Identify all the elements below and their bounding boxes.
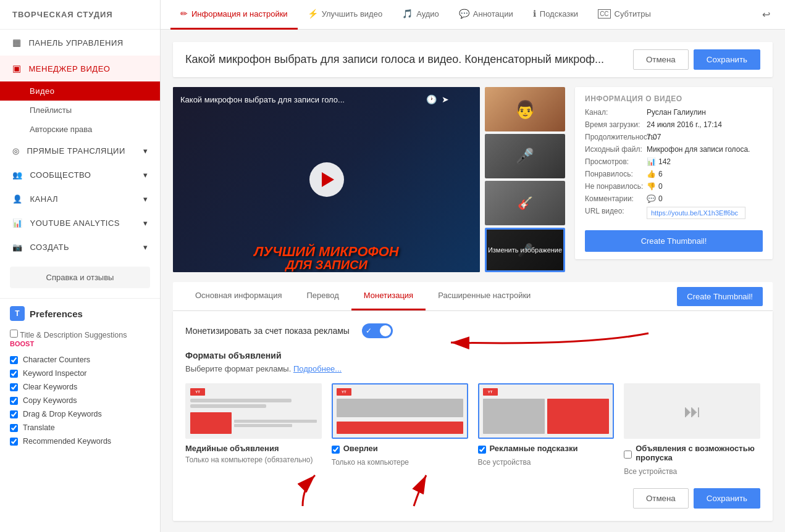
sidebar-item-create[interactable]: 📷 СОЗДАТЬ ▾ xyxy=(0,235,160,259)
cancel-button-top[interactable]: Отмена xyxy=(633,49,689,70)
dashboard-icon: ▦ xyxy=(12,37,22,48)
create-icon: 📷 xyxy=(12,243,23,252)
sidebar-item-live[interactable]: ◎ ПРЯМЫЕ ТРАНСЛЯЦИИ ▾ xyxy=(0,139,160,163)
tab-improve[interactable]: ⚡ Улучшить видео xyxy=(298,0,393,30)
pref-title-desc-item: Title & Description Suggestions BOOST xyxy=(10,327,150,353)
subtab-basic[interactable]: Основная информация xyxy=(183,282,295,310)
subtab-translation[interactable]: Перевод xyxy=(295,282,351,310)
clear-keywords-checkbox[interactable] xyxy=(10,383,18,391)
char-counters-checkbox[interactable] xyxy=(10,356,18,364)
hints-checkbox[interactable] xyxy=(478,446,486,454)
title-desc-checkbox[interactable] xyxy=(10,330,18,338)
subtab-container: Основная информация Перевод Монетизация … xyxy=(173,282,773,521)
tab-cards[interactable]: ℹ Подсказки xyxy=(523,0,588,30)
ad-media-label: Медийные объявления xyxy=(185,444,322,453)
sidebar-item-channel[interactable]: 👤 КАНАЛ ▾ xyxy=(0,187,160,211)
ad-skip-sub: Все устройства xyxy=(624,467,760,476)
info-row-duration: Продолжительность: 7:07 xyxy=(585,133,763,141)
toggle-knob xyxy=(380,325,391,336)
more-link[interactable]: Подробнее... xyxy=(293,364,342,373)
expand-icon-create: ▾ xyxy=(143,243,148,252)
info-row-views: Просмотров: 📊 142 xyxy=(585,157,763,166)
thumb-4-change[interactable]: 🎤 Изменить изображение xyxy=(485,228,565,272)
info-panel: ИНФОРМАЦИЯ О ВИДЕО Канал: Руслан Галиули… xyxy=(575,87,773,259)
play-button[interactable] xyxy=(309,162,344,197)
ad-card-img-hints: YT xyxy=(478,383,615,439)
pref-keyword-inspector: Keyword Inspector xyxy=(10,367,150,380)
video-text-line2: ДЛЯ ЗАПИСИ xyxy=(173,258,480,272)
keyword-inspector-checkbox[interactable] xyxy=(10,370,18,378)
ad-overlay-label: Оверлеи xyxy=(343,444,378,453)
sidebar-item-copyright[interactable]: Авторские права xyxy=(0,120,160,139)
ad-skip-label: Объявления с возможностью пропуска xyxy=(636,444,760,462)
thumb-2[interactable]: 🎤 xyxy=(485,134,565,178)
sidebar-item-dashboard[interactable]: ▦ ПАНЕЛЬ УПРАВЛЕНИЯ xyxy=(0,30,160,56)
cancel-button-bottom[interactable]: Отмена xyxy=(633,488,689,509)
ad-card-media: YT xyxy=(185,383,322,476)
preferences-icon: T xyxy=(10,306,25,321)
info-row-url: URL видео: xyxy=(585,207,763,219)
sidebar-item-playlists[interactable]: Плейлисты xyxy=(0,101,160,120)
sub-tabs: Основная информация Перевод Монетизация … xyxy=(173,282,773,311)
create-thumbnail-btn-tab[interactable]: Create Thumbnail! xyxy=(677,287,763,306)
pref-clear-keywords: Clear Keywords xyxy=(10,380,150,394)
ad-format-grid: YT xyxy=(185,383,760,476)
expand-icon-channel: ▾ xyxy=(143,194,148,204)
top-navigation: ✏ Информация и настройки ⚡ Улучшить виде… xyxy=(161,0,785,30)
page-header: Какой микрофон выбрать для записи голоса… xyxy=(173,42,773,77)
tab-subtitles[interactable]: CC Субтитры xyxy=(588,0,661,30)
ad-card-img-skippable: ⏭ xyxy=(624,383,760,439)
info-row-likes: Понравилось: 👍 6 xyxy=(585,170,763,178)
play-icon xyxy=(322,172,334,187)
sidebar-item-video-manager[interactable]: ▣ МЕНЕДЖЕР ВИДЕО xyxy=(0,56,160,81)
info-row-source: Исходный файл: Микрофон для записи голос… xyxy=(585,145,763,154)
help-button[interactable]: Справка и отзывы xyxy=(10,267,150,288)
ad-card-img-media: YT xyxy=(185,383,322,439)
sidebar-item-video[interactable]: Видео xyxy=(0,81,160,101)
expand-icon-community: ▾ xyxy=(143,170,148,180)
toggle-check-icon: ✓ xyxy=(366,326,372,335)
preferences-section: T Preferences Title & Description Sugges… xyxy=(0,298,160,455)
tab-audio[interactable]: 🎵 Аудио xyxy=(392,0,449,30)
save-button-bottom[interactable]: Сохранить xyxy=(694,488,760,509)
video-player[interactable]: Какой микрофон выбрать для записи голо..… xyxy=(173,87,480,272)
back-button[interactable]: ↩ xyxy=(757,6,775,23)
create-thumbnail-button[interactable]: Create Thumbnail! xyxy=(585,230,763,252)
ad-overlay-check-row: Оверлеи xyxy=(332,444,468,455)
drag-drop-checkbox[interactable] xyxy=(10,410,18,418)
sidebar-item-analytics[interactable]: 📊 YOUTUBE ANALYTICS ▾ xyxy=(0,211,160,235)
sidebar-item-community[interactable]: 👥 СООБЩЕСТВО ▾ xyxy=(0,163,160,187)
video-left: Какой микрофон выбрать для записи голо..… xyxy=(173,87,565,272)
info-row-upload: Время загрузки: 24 июля 2016 г., 17:14 xyxy=(585,120,763,129)
skippable-checkbox[interactable] xyxy=(624,451,632,459)
overlay-checkbox[interactable] xyxy=(332,446,340,454)
expand-icon-analytics: ▾ xyxy=(143,218,148,228)
info-tab-icon: ✏ xyxy=(180,9,188,19)
dislikes-icon: 👎 xyxy=(647,182,656,191)
subtab-advanced[interactable]: Расширенные настройки xyxy=(426,282,543,310)
tab-annotations[interactable]: 💬 Аннотации xyxy=(449,0,523,30)
thumb-3[interactable]: 🎸 xyxy=(485,181,565,225)
sidebar: ТВОРЧЕСКАЯ СТУДИЯ ▦ ПАНЕЛЬ УПРАВЛЕНИЯ ▣ … xyxy=(0,0,161,532)
thumb-1[interactable]: 👨 xyxy=(485,87,565,131)
info-row-dislikes: Не понравилось: 👎 0 xyxy=(585,182,763,191)
content-area: Какой микрофон выбрать для записи голоса… xyxy=(161,30,785,532)
views-icon: 📊 xyxy=(647,157,656,166)
copy-keywords-checkbox[interactable] xyxy=(10,397,18,405)
save-button-top[interactable]: Сохранить xyxy=(694,49,760,70)
monetize-toggle[interactable]: ✓ xyxy=(362,323,393,338)
url-input[interactable] xyxy=(647,207,745,219)
clock-icon: 🕐 xyxy=(426,94,437,104)
video-inner: Какой микрофон выбрать для записи голо..… xyxy=(173,87,480,272)
tab-info[interactable]: ✏ Информация и настройки xyxy=(170,0,298,30)
video-right: ИНФОРМАЦИЯ О ВИДЕО Канал: Руслан Галиули… xyxy=(575,87,773,272)
subtab-monetization[interactable]: Монетизация xyxy=(351,282,426,310)
ad-card-img-overlay: YT xyxy=(332,383,468,439)
video-title-overlay: Какой микрофон выбрать для записи голо..… xyxy=(180,94,449,104)
annotations-tab-icon: 💬 xyxy=(459,9,469,19)
live-icon: ◎ xyxy=(12,146,20,156)
cards-tab-icon: ℹ xyxy=(533,9,536,19)
info-section-title: ИНФОРМАЦИЯ О ВИДЕО xyxy=(585,94,763,103)
translate-checkbox[interactable] xyxy=(10,424,18,432)
recommended-checkbox[interactable] xyxy=(10,438,18,446)
